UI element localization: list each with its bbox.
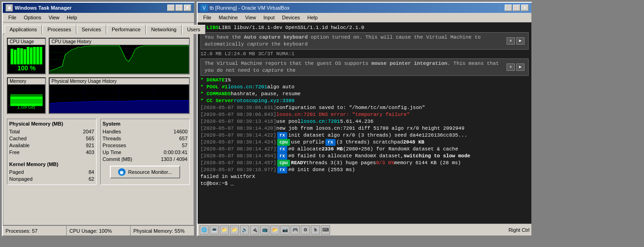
close-button[interactable]: ✕ xyxy=(184,5,191,11)
vbox-titlebar-left: V tb [Running] - Oracle VM VirtualBox xyxy=(200,4,290,11)
vbox-menu-bar: File Machine View Input Devices Help xyxy=(198,13,531,23)
badge-rx-1: rx xyxy=(277,132,287,139)
cpu-percent: 100 % xyxy=(8,64,45,72)
tab-bar: Applications Processes Services Performa… xyxy=(3,23,194,34)
stat-paged: Paged 84 xyxy=(9,169,94,176)
vbox-icon: V xyxy=(200,4,208,11)
physical-memory-box: Physical Memory (MB) Total 2047 Cached 5… xyxy=(7,119,97,185)
term-log8: [2020-05-07 08:39:14.454] rx #0 failed t… xyxy=(200,153,529,160)
vbox-maximize-button[interactable]: □ xyxy=(513,5,520,11)
system-title: System xyxy=(103,121,188,126)
cpu-bar xyxy=(11,49,13,64)
memory-history-graph xyxy=(50,85,189,113)
menu-file[interactable]: File xyxy=(5,14,20,21)
vbox-menu-view[interactable]: View xyxy=(241,14,260,21)
memory-history-label: Physical Memory Usage History xyxy=(50,78,189,85)
memory-history-svg xyxy=(50,85,189,113)
vbox-icon-gamepad[interactable]: 🎮 xyxy=(291,225,300,235)
notification-keyboard: You have the Auto capture keyboard optio… xyxy=(200,32,529,50)
cpu-history-svg xyxy=(50,45,189,74)
stat-available: Available 921 xyxy=(9,142,94,149)
status-phys-memory: Physical Memory: 55% xyxy=(131,226,194,236)
menu-view[interactable]: View xyxy=(45,14,63,21)
term-pool-line: * POOL #1 losos.cn:7201 algo auto xyxy=(200,84,529,91)
tab-applications[interactable]: Applications xyxy=(5,25,42,34)
vbox-menu-file[interactable]: File xyxy=(199,14,215,21)
cpu-bar xyxy=(36,47,39,64)
term-log1: [2020-05-07 08:39:06.831] configuration … xyxy=(200,104,529,111)
cpu-usage-box: CPU Usage xyxy=(7,38,46,75)
vbox-icon-display[interactable]: 📺 xyxy=(260,225,269,235)
menu-bar: File Options View Help xyxy=(3,13,194,23)
vbox-icon-network[interactable]: 🌐 xyxy=(199,225,209,235)
svg-text:1.09 GB: 1.09 GB xyxy=(17,104,35,109)
vbox-icon-usb[interactable]: 🔌 xyxy=(250,225,259,235)
cpu-usage-graph: 100 % xyxy=(8,45,45,74)
cpu-bar xyxy=(40,47,42,64)
vbox-menu-input[interactable]: Input xyxy=(260,14,278,21)
term-log10: [2020-05-07 08:39:16.977] rx #0 init don… xyxy=(200,167,529,173)
cpu-bar xyxy=(27,47,29,64)
cpu-bar xyxy=(30,47,33,64)
stat-free: Free 403 xyxy=(9,149,94,156)
vbox-icon-keyboard[interactable]: ⌨ xyxy=(321,225,330,235)
svg-rect-10 xyxy=(10,94,42,97)
maximize-button[interactable]: □ xyxy=(176,5,183,11)
term-log4: [2020-05-07 08:39:14.420] new job from l… xyxy=(200,125,529,132)
notif2-arrow-btn[interactable]: ▶ xyxy=(516,63,524,71)
resource-monitor-icon: ◉ xyxy=(118,168,125,176)
svg-text:V: V xyxy=(203,6,206,11)
vbox-close-button[interactable]: ✕ xyxy=(521,5,529,11)
term-donate-line: * DONATE 1% xyxy=(200,77,529,84)
minimize-button[interactable]: _ xyxy=(167,5,175,11)
vbox-menu-machine[interactable]: Machine xyxy=(215,14,242,21)
vbox-icon-audio[interactable]: 🔊 xyxy=(240,225,249,235)
stats-row: Physical Memory (MB) Total 2047 Cached 5… xyxy=(7,119,190,185)
task-manager-titlebar: 🖥 Windows Task Manager _ □ ✕ xyxy=(3,3,194,13)
vbox-menu-devices[interactable]: Devices xyxy=(278,14,303,21)
term-commands-line: * COMMANDS hashrate, pause, resume xyxy=(200,91,529,98)
vbox-titlebar: V tb [Running] - Oracle VM VirtualBox _ … xyxy=(198,3,531,13)
tab-services[interactable]: Services xyxy=(77,25,106,34)
memory-usage-graph: 1.09 GB xyxy=(8,85,45,113)
vbox-minimize-button[interactable]: _ xyxy=(505,5,512,11)
notif1-close-buttons: ✕ ▶ xyxy=(507,37,524,45)
vbox-icon-pc[interactable]: 💻 xyxy=(210,225,219,235)
svg-rect-11 xyxy=(10,99,42,103)
cpu-history-graph xyxy=(50,45,189,74)
term-log9: [2020-05-07 08:39:14.457] cpu READY thre… xyxy=(200,160,529,167)
menu-help[interactable]: Help xyxy=(63,14,81,21)
vbox-menu-help[interactable]: Help xyxy=(304,14,322,21)
notif2-close-btn[interactable]: ✕ xyxy=(507,63,515,71)
task-manager-statusbar: Processes: 57 CPU Usage: 100% Physical M… xyxy=(3,225,194,236)
badge-cpu-1: cpu xyxy=(277,139,290,146)
vbox-terminal: * LIBS LIBS libuv/1.18.1-dev OpenSSL/1.1… xyxy=(198,23,531,224)
cpu-usage-label: CPU Usage xyxy=(8,39,45,45)
menu-options[interactable]: Options xyxy=(20,14,45,21)
tab-networking[interactable]: Networking xyxy=(146,25,182,34)
cpu-bar xyxy=(23,49,26,64)
resource-monitor-container: ◉ Resource Monitor... xyxy=(103,166,188,178)
stat-total: Total 2047 xyxy=(9,128,94,135)
tab-performance[interactable]: Performance xyxy=(107,25,146,34)
vbox-icon-storage2[interactable]: 📁 xyxy=(230,225,239,235)
tab-processes[interactable]: Processes xyxy=(42,25,76,34)
resource-monitor-button[interactable]: ◉ Resource Monitor... xyxy=(110,166,180,178)
physical-memory-title: Physical Memory (MB) xyxy=(9,121,94,126)
titlebar-left: 🖥 Windows Task Manager xyxy=(6,4,72,11)
term-prompt-line: tc@box:~$ _ xyxy=(200,180,529,187)
vbox-icon-shared[interactable]: 📂 xyxy=(270,225,279,235)
term-failed-line: failed in waitforX xyxy=(200,173,529,180)
status-processes: Processes: 57 xyxy=(3,226,67,236)
cpu-bar xyxy=(17,48,20,64)
vbox-icon-storage1[interactable]: 📁 xyxy=(220,225,229,235)
tab-users[interactable]: Users xyxy=(182,25,205,34)
term-log5: [2020-05-07 08:39:14.422] rx init datase… xyxy=(200,132,529,139)
task-manager-window: 🖥 Windows Task Manager _ □ ✕ File Option… xyxy=(2,2,195,236)
vbox-icon-settings[interactable]: ⚙ xyxy=(301,225,310,235)
notif1-close-btn[interactable]: ✕ xyxy=(507,37,515,45)
notif1-arrow-btn[interactable]: ▶ xyxy=(516,37,524,45)
vbox-icon-mouse[interactable]: 🖱 xyxy=(311,225,320,235)
notif2-close-buttons: ✕ ▶ xyxy=(507,63,524,71)
vbox-icon-camera[interactable]: 📷 xyxy=(280,225,290,235)
